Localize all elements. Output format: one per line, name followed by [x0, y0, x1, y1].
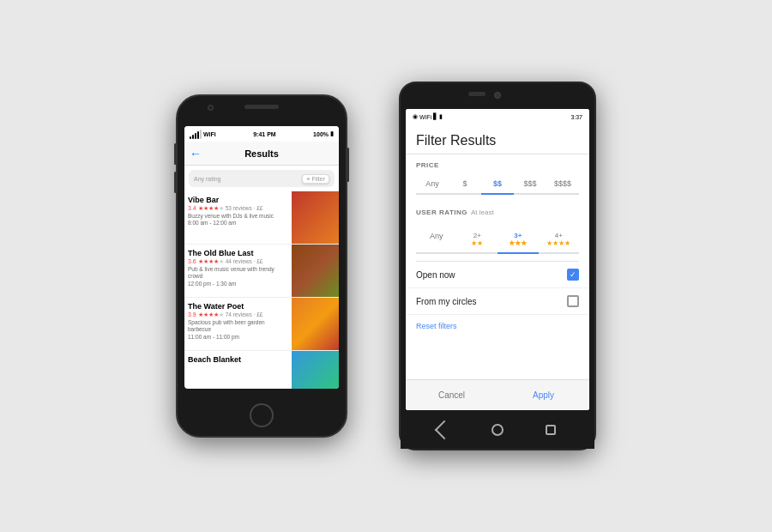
- list-item[interactable]: The Old Blue Last 3.6 ★★★★★ 44 reviews ·…: [184, 245, 339, 298]
- location-icon: ◉: [413, 113, 418, 120]
- item-name: Vibe Bar: [188, 196, 288, 204]
- item-rating: 3.9 ★★★★★ 74 reviews · ££: [188, 311, 288, 318]
- android-status-left: ◉ WiFi ▋ ▮: [413, 113, 443, 120]
- android-home-button[interactable]: [489, 421, 506, 438]
- item-image: [292, 245, 339, 298]
- ios-screen: WiFi 9:41 PM 100% ▮ ← Results Any rating…: [184, 126, 339, 389]
- item-desc: Pub & live music venue with trendy crowd: [188, 266, 288, 281]
- android-back-button[interactable]: [436, 421, 453, 438]
- rating-option-any[interactable]: Any: [416, 227, 457, 252]
- open-now-row[interactable]: Open now: [406, 262, 589, 288]
- filter-icon: ≡: [306, 176, 310, 182]
- circles-checkbox[interactable]: [567, 295, 579, 307]
- filter-title-bar: Filter Results: [406, 124, 589, 154]
- reset-filters-button[interactable]: Reset filters: [406, 315, 589, 337]
- item-content: The Old Blue Last 3.6 ★★★★★ 44 reviews ·…: [184, 245, 292, 297]
- rating-option-3[interactable]: 3+★★★: [498, 227, 539, 252]
- price-options: Any $ $$ $$$ $$$$: [416, 174, 579, 195]
- ios-home-button[interactable]: [250, 403, 274, 427]
- ios-nav-bar: ← Results: [184, 142, 339, 166]
- signal-icon: ▋: [433, 113, 437, 120]
- ios-battery: 100% ▮: [313, 130, 334, 137]
- android-speaker: [468, 92, 486, 96]
- item-name: Beach Blanket: [188, 355, 288, 364]
- ios-vol-up-button: [174, 143, 177, 165]
- filter-title: Filter Results: [416, 133, 579, 148]
- item-hours: 11:00 am - 11:00 pm: [188, 334, 288, 340]
- rating-filter-label: Any rating: [194, 176, 221, 182]
- price-option-1[interactable]: $: [449, 174, 481, 193]
- back-button[interactable]: ←: [190, 147, 202, 160]
- ios-camera: [208, 105, 214, 111]
- ios-battery-text: 100%: [313, 131, 329, 137]
- item-rating: 3.6 ★★★★★ 44 reviews · ££: [188, 258, 288, 265]
- apply-button[interactable]: Apply: [498, 382, 589, 408]
- ios-speaker: [244, 105, 279, 109]
- item-image: [292, 191, 339, 245]
- battery-full-icon: ▮: [439, 113, 443, 120]
- signal-bars-icon: [190, 130, 202, 139]
- filter-label: Filter: [311, 176, 325, 182]
- rating-label-row: USER RATING At least: [416, 209, 579, 221]
- rating-label: USER RATING: [416, 209, 467, 216]
- item-hours: 12:00 pm - 1:30 am: [188, 281, 288, 287]
- ios-power-button: [347, 148, 349, 182]
- item-hours: 8:00 am - 12:00 am: [188, 220, 288, 226]
- price-section: PRICE Any $ $$ $$$ $$$$: [406, 154, 589, 202]
- price-option-2[interactable]: $$: [481, 174, 514, 193]
- price-option-any[interactable]: Any: [416, 174, 449, 193]
- cancel-button[interactable]: Cancel: [406, 382, 498, 408]
- android-time: 3:37: [570, 114, 582, 120]
- ios-time: 9:41 PM: [253, 131, 275, 137]
- wifi-icon: WiFi: [419, 114, 431, 120]
- android-phone: ◉ WiFi ▋ ▮ 3:37 Filter Results PRICE Any…: [399, 82, 596, 450]
- list-item[interactable]: Beach Blanket: [184, 351, 339, 389]
- circles-label: From my circles: [416, 297, 477, 306]
- item-content: Vibe Bar 3.4 ★★★★★ 53 reviews · ££ Buzzy…: [184, 191, 292, 244]
- android-camera-icon: [494, 92, 501, 99]
- price-option-3[interactable]: $$$: [514, 174, 546, 193]
- price-option-4[interactable]: $$$$: [546, 174, 579, 193]
- recent-square-icon: [546, 425, 556, 435]
- android-recent-button[interactable]: [542, 421, 559, 438]
- price-label: PRICE: [416, 161, 579, 169]
- filter-button[interactable]: ≡ Filter: [302, 174, 329, 184]
- back-arrow-icon: [435, 420, 455, 439]
- open-now-checkbox[interactable]: [567, 269, 579, 281]
- page-title: Results: [244, 148, 279, 159]
- item-name: The Old Blue Last: [188, 249, 288, 257]
- item-content: Beach Blanket: [184, 351, 292, 389]
- ios-carrier: WiFi: [203, 131, 216, 137]
- item-desc: Buzzy venue with DJs & live music: [188, 213, 288, 220]
- android-status-bar: ◉ WiFi ▋ ▮ 3:37: [406, 109, 589, 124]
- item-rating: 3.4 ★★★★★ 53 reviews · ££: [188, 205, 288, 212]
- ios-status-bar: WiFi 9:41 PM 100% ▮: [184, 126, 339, 142]
- open-now-label: Open now: [416, 270, 455, 280]
- ios-vol-down-button: [174, 172, 177, 193]
- rating-options: Any 2+★★ 3+★★★ 4+★★★★: [416, 227, 579, 254]
- rating-option-4[interactable]: 4+★★★★: [539, 227, 580, 252]
- spacer: [406, 337, 589, 379]
- results-list: Vibe Bar 3.4 ★★★★★ 53 reviews · ££ Buzzy…: [184, 191, 339, 389]
- home-circle-icon: [492, 424, 504, 436]
- battery-icon: ▮: [330, 130, 334, 137]
- item-image: [292, 298, 339, 351]
- rating-sublabel: At least: [471, 209, 494, 216]
- rating-option-2[interactable]: 2+★★: [457, 227, 498, 252]
- item-desc: Spacious pub with beer garden barbecue: [188, 319, 288, 334]
- rating-section: USER RATING At least Any 2+★★ 3+★★★ 4+★★…: [406, 202, 589, 261]
- list-item[interactable]: Vibe Bar 3.4 ★★★★★ 53 reviews · ££ Buzzy…: [184, 191, 339, 245]
- item-name: The Water Poet: [188, 302, 288, 311]
- list-item[interactable]: The Water Poet 3.9 ★★★★★ 74 reviews · ££…: [184, 298, 339, 351]
- android-nav-bar: [401, 410, 594, 449]
- circles-row[interactable]: From my circles: [406, 288, 589, 315]
- ios-phone: WiFi 9:41 PM 100% ▮ ← Results Any rating…: [176, 94, 347, 438]
- filter-screen: Filter Results PRICE Any $ $$ $$$ $$$$ U…: [406, 124, 589, 410]
- item-image: [292, 351, 339, 389]
- filter-action-bar: Cancel Apply: [406, 379, 589, 410]
- ios-signal: WiFi: [190, 130, 216, 139]
- android-screen: ◉ WiFi ▋ ▮ 3:37 Filter Results PRICE Any…: [406, 109, 589, 410]
- search-filter-bar: Any rating ≡ Filter: [189, 170, 335, 187]
- item-content: The Water Poet 3.9 ★★★★★ 74 reviews · ££…: [184, 298, 292, 350]
